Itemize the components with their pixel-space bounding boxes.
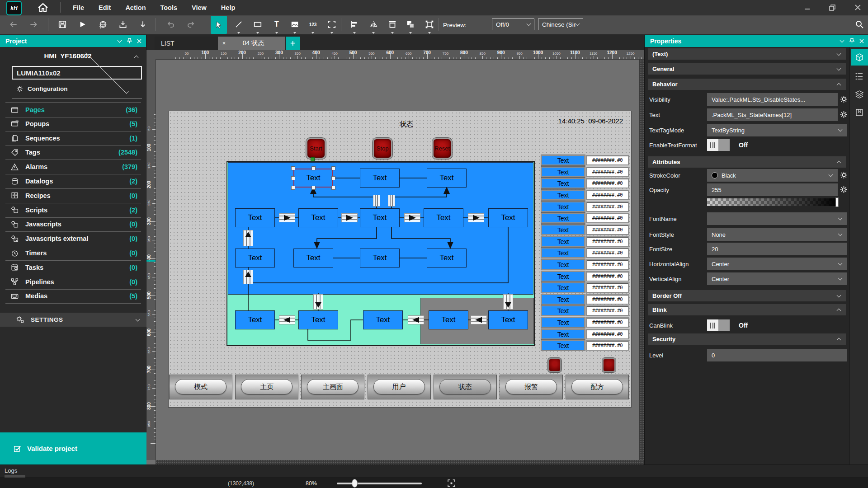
state-value-cell[interactable]: ########.#0 bbox=[586, 167, 629, 177]
menu-file[interactable]: File bbox=[69, 4, 88, 11]
state-box[interactable]: Text bbox=[293, 169, 333, 188]
state-box[interactable]: Text bbox=[360, 249, 400, 267]
vertical-scrollbar[interactable] bbox=[639, 59, 644, 460]
section-behavior[interactable]: Behavior bbox=[648, 79, 846, 90]
sidebar-item-javascripts-external[interactable]: Javascripts external(0) bbox=[5, 231, 141, 246]
line-tool[interactable] bbox=[231, 17, 246, 32]
state-value-cell[interactable]: ########.#0 bbox=[586, 236, 629, 247]
state-box[interactable]: Text bbox=[360, 169, 400, 188]
page-clock-text[interactable]: 14:40:25 09-06-2022 bbox=[558, 117, 623, 125]
section-security[interactable]: Security bbox=[648, 333, 846, 345]
selection-handle[interactable] bbox=[331, 186, 335, 190]
state-box[interactable]: Text bbox=[235, 310, 275, 329]
sidebar-item-tasks[interactable]: Tasks(0) bbox=[5, 260, 141, 275]
transition-left-arrow[interactable] bbox=[408, 315, 424, 324]
section-border[interactable]: Border Off bbox=[648, 290, 846, 301]
state-value-cell[interactable]: ########.#0 bbox=[586, 190, 629, 200]
rect-tool[interactable] bbox=[250, 17, 265, 32]
state-box[interactable]: Text bbox=[360, 208, 400, 227]
transition-left-arrow[interactable] bbox=[279, 315, 295, 324]
flip-tool[interactable] bbox=[366, 17, 381, 32]
zoom-slider-handle[interactable] bbox=[352, 479, 358, 488]
state-name-cell[interactable]: Text bbox=[541, 259, 585, 270]
selection-handle[interactable] bbox=[291, 186, 295, 190]
transition-bar-arrow[interactable] bbox=[373, 195, 380, 206]
connector-anchor-handle[interactable] bbox=[311, 157, 315, 161]
selection-handle[interactable] bbox=[291, 176, 295, 180]
pin-button[interactable] bbox=[124, 38, 134, 44]
transition-right-arrow[interactable] bbox=[279, 213, 295, 222]
indicator-lamp[interactable] bbox=[602, 358, 616, 372]
state-value-cell[interactable]: ########.#0 bbox=[586, 259, 629, 270]
state-name-cell[interactable]: Text bbox=[541, 305, 585, 316]
opacity-gear-icon[interactable] bbox=[840, 186, 848, 193]
command-button-reset[interactable]: Reset bbox=[432, 138, 452, 159]
minimize-button[interactable] bbox=[800, 2, 814, 13]
hmi-page-canvas[interactable]: 状态 14:40:25 09-06-2022 bbox=[168, 111, 632, 408]
tab-properties-list[interactable] bbox=[851, 68, 868, 84]
tab-properties-3d[interactable] bbox=[851, 49, 868, 66]
state-value-cell[interactable]: ########.#0 bbox=[586, 248, 629, 258]
state-name-cell[interactable]: Text bbox=[541, 294, 585, 305]
menu-view[interactable]: View bbox=[188, 4, 211, 11]
state-value-cell[interactable]: ########.#0 bbox=[586, 305, 629, 316]
state-name-cell[interactable]: Text bbox=[541, 167, 585, 177]
tab-LIST[interactable]: LIST bbox=[155, 37, 218, 50]
border-tool[interactable] bbox=[385, 17, 400, 32]
tab-bookmarks[interactable] bbox=[851, 104, 868, 121]
transition-right-arrow[interactable] bbox=[404, 213, 420, 222]
state-box[interactable]: Text bbox=[427, 169, 467, 188]
fontsize-field[interactable]: 20 bbox=[707, 243, 847, 255]
marquee-tool[interactable] bbox=[325, 17, 339, 32]
state-box[interactable]: Text bbox=[424, 208, 463, 227]
fontstyle-select[interactable]: None bbox=[707, 228, 847, 241]
state-box[interactable]: Text bbox=[235, 208, 275, 227]
opacity-slider-handle[interactable] bbox=[835, 197, 839, 207]
download-button[interactable] bbox=[136, 17, 150, 32]
nav-button-报警[interactable]: 报警 bbox=[505, 379, 557, 394]
selection-handle[interactable] bbox=[291, 166, 295, 170]
search-button[interactable] bbox=[852, 17, 867, 32]
device-select[interactable]: LUMIA110x02 bbox=[12, 66, 142, 80]
command-button-stop[interactable]: Stop bbox=[373, 138, 392, 159]
strokecolor-select[interactable]: Black bbox=[707, 169, 838, 182]
selection-handle[interactable] bbox=[311, 186, 316, 190]
level-field[interactable]: 0 bbox=[707, 349, 847, 361]
menu-action[interactable]: Action bbox=[121, 4, 150, 11]
home-button[interactable] bbox=[35, 1, 51, 14]
close-button[interactable] bbox=[851, 2, 864, 13]
settings-item[interactable]: SETTINGS bbox=[0, 313, 146, 327]
selection-handle[interactable] bbox=[331, 166, 335, 170]
preview-mode-select[interactable]: Off/0 bbox=[492, 19, 534, 30]
state-value-cell[interactable]: ########.#0 bbox=[586, 271, 629, 282]
publish-button[interactable] bbox=[96, 17, 110, 32]
state-name-cell[interactable]: Text bbox=[541, 248, 585, 258]
fit-to-screen-button[interactable] bbox=[448, 479, 455, 487]
nav-back-button[interactable] bbox=[6, 17, 21, 32]
sidebar-item-timers[interactable]: Timers(0) bbox=[5, 246, 141, 261]
sidebar-item-javascripts[interactable]: Javascripts(0) bbox=[5, 217, 141, 232]
sidebar-item-pipelines[interactable]: Pipelines(0) bbox=[5, 275, 141, 290]
strokecolor-gear-icon[interactable] bbox=[840, 171, 848, 179]
state-name-cell[interactable]: Text bbox=[541, 340, 585, 351]
page-title-text[interactable]: 状态 bbox=[388, 120, 425, 129]
state-box[interactable]: Text bbox=[488, 208, 528, 227]
section-attributes[interactable]: Attributes bbox=[648, 156, 846, 168]
element-type-select[interactable]: (Text) bbox=[648, 48, 846, 60]
sidebar-item-sequences[interactable]: Sequences(1) bbox=[5, 131, 141, 146]
undo-button[interactable] bbox=[164, 17, 178, 32]
state-box[interactable]: Text bbox=[298, 208, 338, 227]
state-box[interactable]: Text bbox=[429, 310, 468, 329]
transition-down-arrow[interactable] bbox=[503, 294, 513, 310]
redo-button[interactable] bbox=[184, 17, 198, 32]
transition-right-arrow[interactable] bbox=[468, 213, 484, 222]
texttagmode-select[interactable]: TextByString bbox=[707, 124, 847, 136]
configuration-item[interactable]: Configuration bbox=[16, 84, 67, 94]
nav-button-主页[interactable]: 主页 bbox=[241, 379, 292, 394]
validate-project-button[interactable]: Validate project bbox=[0, 432, 146, 465]
state-value-cell[interactable]: ########.#0 bbox=[586, 155, 629, 165]
command-button-start[interactable]: Start bbox=[306, 138, 326, 159]
horizontalalign-select[interactable]: Center bbox=[707, 258, 847, 270]
panel-close-button[interactable] bbox=[134, 39, 144, 43]
transition-down-arrow[interactable] bbox=[313, 294, 323, 310]
